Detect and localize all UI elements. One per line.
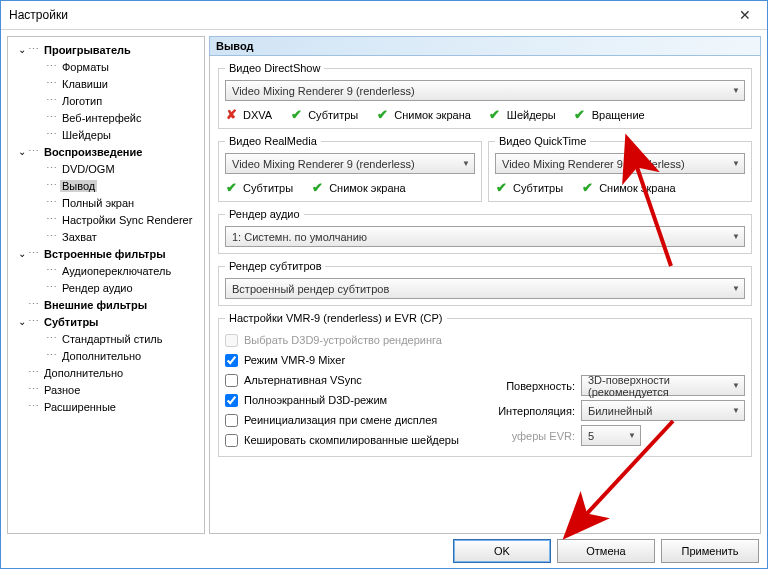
tree-item-label: Дополнительно (60, 350, 143, 362)
tree-dash-icon: ⋯ (28, 366, 38, 379)
combo-audio-renderer[interactable]: 1: Системн. по умолчанию▼ (225, 226, 745, 247)
checkbox[interactable] (225, 394, 238, 407)
tree-item[interactable]: ⌄⋯Субтитры (8, 313, 204, 330)
caps-quicktime: ✔Субтитры✔Снимок экрана (495, 180, 745, 195)
tree-dash-icon: ⋯ (46, 213, 56, 226)
tree-item-label: Полный экран (60, 197, 136, 209)
tree-item[interactable]: ⌄⋯Воспроизведение (8, 143, 204, 160)
content: Видео DirectShow Video Mixing Renderer 9… (209, 56, 761, 534)
tree-dash-icon: ⋯ (46, 230, 56, 243)
tree-item-label: Стандартный стиль (60, 333, 165, 345)
legend-subs: Рендер субтитров (225, 260, 325, 272)
group-directshow: Видео DirectShow Video Mixing Renderer 9… (218, 62, 752, 129)
tree-dash-icon: ⋯ (28, 315, 38, 328)
tree-dash-icon: ⋯ (28, 247, 38, 260)
tree-dash-icon: ⋯ (46, 111, 56, 124)
caps-directshow: ✘DXVA✔Субтитры✔Снимок экрана✔Шейдеры✔Вра… (225, 107, 745, 122)
tree-item[interactable]: ⋯Разное (8, 381, 204, 398)
tree-item[interactable]: ⋯Веб-интерфейс (8, 109, 204, 126)
tree-item[interactable]: ⋯Захват (8, 228, 204, 245)
group-quicktime: Видео QuickTime Video Mixing Renderer 9 … (488, 135, 752, 202)
tree-item[interactable]: ⋯Расширенные (8, 398, 204, 415)
capability-label: Снимок экрана (599, 182, 676, 194)
body: ⌄⋯Проигрыватель⋯Форматы⋯Клавиши⋯Логотип⋯… (1, 30, 767, 534)
footer: OK Отмена Применить (1, 534, 767, 568)
ok-button[interactable]: OK (453, 539, 551, 563)
tree-collapse-icon[interactable]: ⌄ (16, 316, 28, 327)
main-panel: Вывод Видео DirectShow Video Mixing Rend… (209, 36, 761, 534)
tree-item[interactable]: ⋯Рендер аудио (8, 279, 204, 296)
tree-item[interactable]: ⋯Логотип (8, 92, 204, 109)
combo-quicktime[interactable]: Video Mixing Renderer 9 (renderless)▼ (495, 153, 745, 174)
chevron-down-icon: ▼ (732, 381, 740, 390)
tree-item[interactable]: ⋯Вывод (8, 177, 204, 194)
tree-item[interactable]: ⌄⋯Встроенные фильтры (8, 245, 204, 262)
tree-item[interactable]: ⋯Стандартный стиль (8, 330, 204, 347)
tree-item[interactable]: ⌄⋯Проигрыватель (8, 41, 204, 58)
check-icon: ✔ (311, 180, 323, 195)
tree-item[interactable]: ⋯Дополнительно (8, 347, 204, 364)
combo-realmedia[interactable]: Video Mixing Renderer 9 (renderless)▼ (225, 153, 475, 174)
tree-dash-icon: ⋯ (28, 400, 38, 413)
tree-item[interactable]: ⋯Полный экран (8, 194, 204, 211)
tree-dash-icon: ⋯ (46, 179, 56, 192)
tree-collapse-icon[interactable]: ⌄ (16, 146, 28, 157)
checkbox[interactable] (225, 374, 238, 387)
tree-dash-icon: ⋯ (46, 94, 56, 107)
titlebar: Настройки ✕ (1, 1, 767, 30)
checkbox[interactable] (225, 414, 238, 427)
tree-item[interactable]: ⋯Шейдеры (8, 126, 204, 143)
capability-indicator: ✔Субтитры (290, 107, 358, 122)
capability-indicator: ✔Субтитры (495, 180, 563, 195)
tree-dash-icon: ⋯ (46, 349, 56, 362)
checkbox[interactable] (225, 434, 238, 447)
capability-label: Субтитры (308, 109, 358, 121)
tree-item[interactable]: ⋯Настройки Sync Renderer (8, 211, 204, 228)
checkbox-label: Альтернативная VSync (244, 374, 362, 386)
checkbox-row: Альтернативная VSync (225, 370, 485, 390)
check-icon: ✔ (290, 107, 302, 122)
close-button[interactable]: ✕ (723, 1, 767, 29)
tree-item[interactable]: ⋯Внешние фильтры (8, 296, 204, 313)
tree-collapse-icon[interactable]: ⌄ (16, 44, 28, 55)
tree-item[interactable]: ⋯Клавиши (8, 75, 204, 92)
tree-item-label: Дополнительно (42, 367, 125, 379)
capability-indicator: ✔Снимок экрана (376, 107, 471, 122)
window-title: Настройки (9, 8, 68, 22)
checkbox-row: Реинициализация при смене дисплея (225, 410, 485, 430)
label-surface: Поверхность: (485, 380, 575, 392)
section-title: Вывод (209, 36, 761, 56)
close-icon: ✕ (739, 7, 751, 23)
combo-interpolation[interactable]: Билинейный▼ (581, 400, 745, 421)
combo-subtitle-renderer[interactable]: Встроенный рендер субтитров▼ (225, 278, 745, 299)
tree-dash-icon: ⋯ (46, 60, 56, 73)
tree-dash-icon: ⋯ (46, 196, 56, 209)
legend-realmedia: Видео RealMedia (225, 135, 321, 147)
tree-item[interactable]: ⋯Дополнительно (8, 364, 204, 381)
tree-item[interactable]: ⋯Форматы (8, 58, 204, 75)
combo-directshow[interactable]: Video Mixing Renderer 9 (renderless) ▼ (225, 80, 745, 101)
capability-indicator: ✔Снимок экрана (311, 180, 406, 195)
tree-dash-icon: ⋯ (46, 128, 56, 141)
tree-item-label: Воспроизведение (42, 146, 144, 158)
tree-item-label: Шейдеры (60, 129, 113, 141)
apply-button[interactable]: Применить (661, 539, 759, 563)
tree-item[interactable]: ⋯DVD/OGM (8, 160, 204, 177)
tree-item-label: Расширенные (42, 401, 118, 413)
tree-item-label: Вывод (60, 180, 97, 192)
capability-indicator: ✔Шейдеры (489, 107, 556, 122)
tree-item-label: Логотип (60, 95, 104, 107)
combo-surface[interactable]: 3D-поверхности (рекомендуется▼ (581, 375, 745, 396)
category-tree[interactable]: ⌄⋯Проигрыватель⋯Форматы⋯Клавиши⋯Логотип⋯… (7, 36, 205, 534)
check-icon: ✔ (225, 180, 237, 195)
tree-item[interactable]: ⋯Аудиопереключатель (8, 262, 204, 279)
tree-collapse-icon[interactable]: ⌄ (16, 248, 28, 259)
check-icon: ✔ (376, 107, 388, 122)
checkbox[interactable] (225, 354, 238, 367)
capability-label: Снимок экрана (394, 109, 471, 121)
capability-label: DXVA (243, 109, 272, 121)
checkbox-row: Полноэкранный D3D-режим (225, 390, 485, 410)
cancel-button[interactable]: Отмена (557, 539, 655, 563)
tree-dash-icon: ⋯ (46, 77, 56, 90)
tree-item-label: Аудиопереключатель (60, 265, 173, 277)
